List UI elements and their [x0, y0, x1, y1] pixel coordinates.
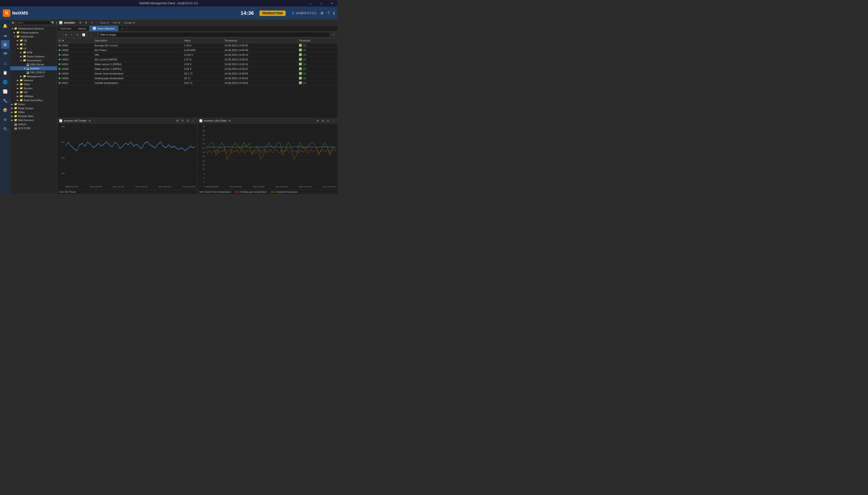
- iconbar-alarms[interactable]: ⚠: [1, 59, 10, 67]
- filter-clear-btn[interactable]: ✕: [331, 32, 336, 37]
- tree-item-18[interactable]: ▶📁VMWare: [10, 94, 57, 98]
- chart-btn[interactable]: 📈: [81, 32, 87, 37]
- legend-heating-temp: Heating pipe temperature: [235, 191, 267, 193]
- panel-edit-btn[interactable]: ⊞: [84, 21, 88, 24]
- info-icon[interactable]: ℹ: [333, 11, 335, 15]
- panel-overview-btn[interactable]: ⊞: [78, 21, 83, 24]
- col-desc[interactable]: Description: [93, 38, 183, 43]
- cell-id: 14927: [57, 81, 93, 85]
- tree-item-23[interactable]: ▶📁Remote Sites: [10, 114, 57, 118]
- table-row[interactable]: 14932A/C current (INPA3)1.27 A14.06.2023…: [57, 57, 338, 62]
- iconbar-performance[interactable]: 📈: [1, 87, 10, 96]
- tree-item-2[interactable]: ▶📁Critical systems: [10, 31, 57, 34]
- iconbar-tools[interactable]: 🔧: [1, 97, 10, 105]
- tree-item-25[interactable]: 💻netxms: [10, 122, 57, 126]
- tools-btn[interactable]: Tools ▼: [99, 21, 110, 24]
- iconbar-plugins[interactable]: 🔌: [1, 125, 10, 133]
- table-row[interactable]: 14929Server room temperature19.1 °C14.06…: [57, 71, 338, 76]
- tree-item-16[interactable]: ▶📁Servers: [10, 86, 57, 90]
- poll-btn[interactable]: Poll ▼: [112, 21, 122, 24]
- line-chart-close[interactable]: ✕: [228, 119, 231, 122]
- status-dot: [58, 77, 61, 79]
- table-row[interactable]: 14941Average A/C current1.26 A14.06.2023…: [57, 43, 338, 48]
- tree-item-26[interactable]: 💻10.5.5.165: [10, 126, 57, 130]
- tab-overview[interactable]: Overview: [57, 26, 75, 31]
- col-id[interactable]: ID ▼: [57, 38, 93, 43]
- iconbar-notifications[interactable]: 🔔: [1, 21, 10, 30]
- table-row[interactable]: 14928Heating pipe temperature18 °C14.06.…: [57, 76, 338, 81]
- tree-label: FI: [24, 43, 26, 46]
- table-row[interactable]: 14931Water sensor 2 (INPA2)3.29 V14.06.2…: [57, 62, 338, 67]
- ac-fit[interactable]: ⊡: [186, 119, 190, 122]
- filter-toolbar-btn[interactable]: ⚙: [75, 32, 80, 37]
- tree-item-20[interactable]: ▶📁Demo: [10, 102, 57, 106]
- line-zoom-out[interactable]: ⊖: [321, 119, 325, 122]
- tab-alarms[interactable]: Alarms: [75, 26, 89, 31]
- col-threshold[interactable]: Threshold: [297, 38, 338, 43]
- line-fit[interactable]: ⊡: [326, 119, 330, 122]
- line-zoom-in[interactable]: ⊕: [316, 119, 320, 122]
- line-canvas: Wed 6:00 PM Thu 9:46 PM Sat 1:33 AM Sun …: [206, 125, 336, 188]
- ac-zoom-out[interactable]: ⊖: [181, 119, 184, 122]
- col-value[interactable]: Value: [183, 38, 223, 43]
- settings-icon[interactable]: ⚙: [320, 11, 324, 15]
- tree-item-3[interactable]: ▼📁DataCenter: [10, 34, 57, 38]
- tree-item-17[interactable]: ▶📁VM: [10, 90, 57, 94]
- tree-item-9[interactable]: ▼📁Environment: [10, 58, 57, 62]
- tree-item-5[interactable]: ▶📁FI: [10, 42, 57, 46]
- maximize-button[interactable]: □: [316, 0, 327, 6]
- more-btn[interactable]: ⋮: [92, 32, 98, 37]
- tree-item-12[interactable]: 💻PAC-2200 (P: [10, 70, 57, 74]
- tree-item-8[interactable]: ▶📁Demo Systems: [10, 54, 57, 58]
- tree-item-15[interactable]: ▶📁Other: [10, 82, 57, 86]
- help-icon[interactable]: ?: [327, 11, 329, 15]
- tab-extra[interactable]: »: [118, 26, 126, 31]
- tree-item-10[interactable]: 💻EMU-Server: [10, 62, 57, 66]
- iconbar-cloud[interactable]: ☁: [1, 31, 10, 39]
- table-row[interactable]: 14927Outside temperature23.5 °C14.06.202…: [57, 81, 338, 85]
- ac-legend-item: A/C Power: [59, 191, 76, 193]
- tree-item-14[interactable]: ▶📁Network: [10, 78, 57, 82]
- sidebar-filter-input[interactable]: [15, 21, 50, 25]
- table-filter-input[interactable]: [98, 32, 330, 37]
- tree-item-4[interactable]: ▶📁DE: [10, 38, 57, 42]
- line-more[interactable]: ⋮: [331, 119, 336, 122]
- tree-item-21[interactable]: ▶📁Node Groups: [10, 106, 57, 110]
- create-btn[interactable]: Create ▼: [123, 21, 136, 24]
- line-chart-panel: 📈 envmon: Line Chart ✕ ⊕ ⊖ ⊡ ⋮ 30 28 26 …: [197, 118, 338, 194]
- status-ok: ✅ OK: [299, 63, 307, 66]
- tree-item-6[interactable]: ▼📁LV: [10, 46, 57, 50]
- tree-item-19[interactable]: ▶📁Rack-ServerRoo: [10, 98, 57, 102]
- add-table-btn[interactable]: ⊞: [64, 32, 68, 37]
- edit-dci-btn[interactable]: ✎: [69, 32, 74, 37]
- tab-data-collection[interactable]: 📊 Data Collection: [89, 26, 118, 31]
- tree-item-24[interactable]: ▶📁Web Services: [10, 118, 57, 122]
- iconbar-map[interactable]: 🗺: [1, 50, 10, 58]
- ac-zoom-in[interactable]: ⊕: [175, 119, 179, 122]
- close-button[interactable]: ✕: [327, 0, 338, 6]
- iconbar-config[interactable]: ⚙: [1, 115, 10, 124]
- add-dci-btn[interactable]: +: [58, 32, 63, 37]
- minimize-button[interactable]: —: [305, 0, 316, 6]
- tree-item-13[interactable]: ▶📁Management C: [10, 74, 57, 78]
- tree-item-22[interactable]: ▶📁Office: [10, 110, 57, 114]
- tree-item-1[interactable]: ▼📁Infrastructure Services: [10, 27, 57, 31]
- iconbar-objects[interactable]: ⊞: [1, 40, 10, 49]
- tree-label: envmon: [30, 67, 39, 70]
- tree-item-7[interactable]: ▶📁ATM: [10, 50, 57, 54]
- ac-chart-close[interactable]: ✕: [88, 119, 91, 122]
- line-x-axis: Wed 6:00 PM Thu 9:46 PM Sat 1:33 AM Sun …: [206, 185, 336, 188]
- iconbar-packages[interactable]: 📦: [1, 106, 10, 114]
- iconbar-reports[interactable]: 📋: [1, 68, 10, 77]
- tree-node-icon: 📁: [16, 31, 20, 34]
- col-timestamp[interactable]: Timestamp: [223, 38, 297, 43]
- ac-more[interactable]: ⋮: [191, 119, 195, 122]
- table-row[interactable]: 14935A/C Power0.29 kW/h14.06.2023 14:04:…: [57, 48, 338, 52]
- table-row[interactable]: 14930Water sensor 1 (INPA1)3.29 V14.06.2…: [57, 67, 338, 71]
- tree-item-11[interactable]: ▼💻envmon: [10, 66, 57, 70]
- iconbar-network[interactable]: 🌐: [1, 78, 10, 86]
- sort-btn[interactable]: ↕: [87, 32, 91, 37]
- panel-close-btn[interactable]: ✕: [90, 21, 94, 24]
- sidebar-filter-search[interactable]: 🔍: [51, 21, 55, 24]
- table-row[interactable]: 14934VIN11.64 V14.06.2023 14:35:14✅ OK: [57, 52, 338, 57]
